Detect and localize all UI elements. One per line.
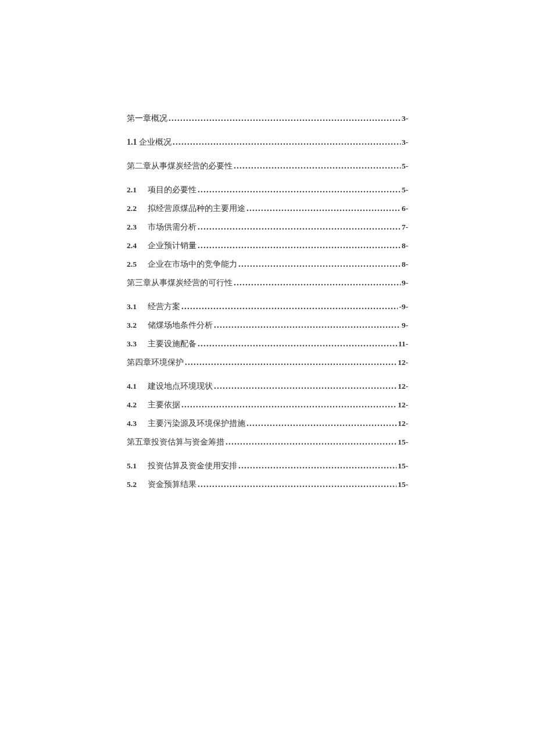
toc-title: 储煤场地条件分析 bbox=[148, 320, 213, 331]
toc-leader-dots bbox=[198, 480, 397, 489]
toc-page-num: 11- bbox=[398, 339, 408, 349]
toc-sub-2-3: 2.3 市场供需分析 7- bbox=[127, 222, 408, 232]
toc-sub-3-3: 3.3 主要设施配备 11- bbox=[127, 339, 408, 349]
toc-section-num: 2.1 bbox=[127, 185, 148, 195]
toc-title: 投资估算及资金使用安排 bbox=[148, 461, 237, 471]
toc-label: 1.1 企业概况 bbox=[127, 137, 172, 148]
toc-title: 市场供需分析 bbox=[148, 222, 197, 232]
toc-chapter-3: 第三章从事煤炭经营的可行性 9- bbox=[127, 278, 408, 288]
toc-sub-2-2: 2.2 拟经营原煤品种的主要用途 6- bbox=[127, 203, 408, 214]
toc-page-num: 12- bbox=[398, 419, 408, 428]
toc-section-num: 3.3 bbox=[127, 339, 148, 349]
toc-page-num: 3- bbox=[402, 138, 408, 147]
toc-page-num: 12- bbox=[398, 358, 408, 367]
toc-leader-dots bbox=[169, 114, 401, 123]
toc-page-num: 5- bbox=[402, 162, 408, 171]
toc-page: 第一章概况 3- 1.1 企业概况 3- 第二章从事煤炭经营的必要性 5- 2.… bbox=[0, 0, 535, 490]
toc-title: 资金预算结果 bbox=[148, 479, 197, 490]
toc-title: 第五章投资估算与资金筹措 bbox=[127, 437, 224, 447]
toc-title: 主要依据 bbox=[148, 400, 180, 410]
toc-leader-dots bbox=[238, 461, 397, 471]
toc-page-num: 15- bbox=[398, 480, 408, 489]
toc-section-num: 4.3 bbox=[127, 419, 148, 428]
toc-leader-dots bbox=[185, 358, 397, 367]
toc-leader-dots bbox=[234, 278, 401, 288]
toc-section-num: 4.2 bbox=[127, 400, 148, 410]
toc-title: 主要设施配备 bbox=[148, 339, 197, 349]
toc-leader-dots bbox=[214, 382, 397, 391]
toc-leader-dots bbox=[198, 185, 401, 195]
toc-sub-3-2: 3.2 储煤场地条件分析 9- bbox=[127, 320, 408, 331]
toc-page-num: 7- bbox=[402, 223, 408, 232]
toc-section-num: 2.3 bbox=[127, 223, 148, 232]
toc-page-num: 8- bbox=[402, 241, 408, 250]
toc-sub-1-1: 1.1 企业概况 3- bbox=[127, 137, 408, 148]
toc-chapter-5: 第五章投资估算与资金筹措 15- bbox=[127, 437, 408, 447]
toc-title: 经营方案 bbox=[148, 302, 180, 312]
toc-section-num: 2.2 bbox=[127, 204, 148, 213]
toc-title: 建设地点环境现状 bbox=[148, 381, 213, 392]
toc-title: 第一章概况 bbox=[127, 113, 167, 124]
toc-section-num: 3.2 bbox=[127, 321, 148, 330]
toc-page-num: 9- bbox=[402, 278, 408, 288]
toc-page-num: 8- bbox=[402, 260, 408, 269]
toc-page-num: 5- bbox=[402, 185, 408, 195]
toc-sub-5-1: 5.1 投资估算及资金使用安排 15- bbox=[127, 461, 408, 471]
toc-leader-dots bbox=[173, 138, 401, 147]
toc-leader-dots bbox=[214, 321, 401, 330]
toc-title: 第三章从事煤炭经营的可行性 bbox=[127, 278, 233, 288]
toc-section-num: 5.2 bbox=[127, 480, 148, 489]
toc-page-num: 12- bbox=[398, 400, 408, 410]
toc-title: 企业预计销量 bbox=[148, 241, 197, 251]
toc-page-num: 15- bbox=[398, 438, 408, 447]
toc-page-num: 6- bbox=[402, 204, 408, 213]
toc-sub-2-4: 2.4 企业预计销量 8- bbox=[127, 241, 408, 251]
toc-page-num: 9- bbox=[402, 321, 408, 330]
toc-page-num: 12- bbox=[398, 382, 408, 391]
toc-page-num: 3- bbox=[402, 114, 408, 123]
toc-leader-dots bbox=[198, 223, 401, 232]
toc-sub-3-1: 3.1 经营方案 -9- bbox=[127, 302, 408, 312]
toc-leader-dots bbox=[226, 438, 397, 447]
toc-leader-dots bbox=[198, 241, 401, 250]
toc-leader-dots bbox=[247, 204, 401, 213]
toc-section-num: 2.5 bbox=[127, 260, 148, 269]
toc-title: 主要污染源及环境保护措施 bbox=[148, 418, 245, 429]
toc-leader-dots bbox=[234, 162, 401, 171]
toc-chapter-4: 第四章环境保护 12- bbox=[127, 357, 408, 368]
toc-section-num: 4.1 bbox=[127, 382, 148, 391]
toc-leader-dots bbox=[181, 400, 397, 410]
toc-title: 拟经营原煤品种的主要用途 bbox=[148, 203, 245, 214]
toc-leader-dots bbox=[198, 339, 397, 349]
toc-section-num: 2.4 bbox=[127, 241, 148, 250]
toc-page-num: -9- bbox=[399, 302, 408, 311]
toc-section-num: 3.1 bbox=[127, 302, 148, 311]
toc-sub-5-2: 5.2 资金预算结果 15- bbox=[127, 479, 408, 490]
toc-sub-2-5: 2.5 企业在市场中的竞争能力 8- bbox=[127, 259, 408, 270]
toc-sub-4-2: 4.2 主要依据 12- bbox=[127, 400, 408, 410]
toc-title: 企业在市场中的竞争能力 bbox=[148, 259, 237, 270]
toc-sub-4-1: 4.1 建设地点环境现状 12- bbox=[127, 381, 408, 392]
toc-page-num: 15- bbox=[398, 461, 408, 471]
toc-title: 第四章环境保护 bbox=[127, 357, 184, 368]
toc-sub-4-3: 4.3 主要污染源及环境保护措施 12- bbox=[127, 418, 408, 429]
toc-sub-2-1: 2.1 项目的必要性 5- bbox=[127, 185, 408, 195]
toc-section-num: 5.1 bbox=[127, 461, 148, 471]
toc-leader-dots bbox=[247, 419, 397, 428]
toc-leader-dots bbox=[238, 260, 401, 269]
toc-chapter-1: 第一章概况 3- bbox=[127, 113, 408, 124]
toc-title: 第二章从事煤炭经营的必要性 bbox=[127, 161, 233, 171]
toc-title: 项目的必要性 bbox=[148, 185, 197, 195]
toc-chapter-2: 第二章从事煤炭经营的必要性 5- bbox=[127, 161, 408, 171]
toc-leader-dots bbox=[181, 302, 398, 311]
